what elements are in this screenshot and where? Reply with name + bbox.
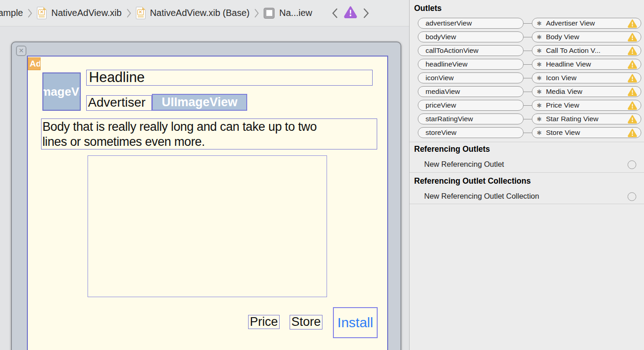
connected-asterisk-icon: ✱ [537, 88, 542, 95]
price-view[interactable]: Price [248, 315, 280, 329]
outlet-target-pill[interactable]: ✱ Icon View [532, 72, 641, 83]
breadcrumb-item-xib-base[interactable]: NativeAdView.xib (Base) [150, 8, 250, 18]
outlet-row-advertiserView: advertiserView ✱ Advertiser View [418, 18, 642, 29]
outlet-row-iconView: iconView ✱ Icon View [418, 72, 642, 83]
icon-view[interactable]: UIImageView [42, 72, 81, 111]
outlet-row-headlineView: headlineView ✱ Headline View [418, 59, 642, 70]
connected-asterisk-icon: ✱ [537, 47, 542, 54]
back-chevron-icon[interactable] [332, 7, 338, 19]
outlet-source-pill[interactable]: priceView [418, 100, 524, 111]
connection-line [524, 51, 532, 51]
outlet-row-starRatingView: starRatingView ✱ Star Rating View [418, 113, 642, 124]
outlet-row-bodyView: bodyView ✱ Body View [418, 31, 642, 42]
breadcrumb-item-xib[interactable]: NativeAdView.xib [51, 8, 121, 18]
connected-asterisk-icon: ✱ [537, 20, 542, 27]
connection-well[interactable] [628, 160, 636, 169]
warning-icon[interactable] [628, 101, 637, 110]
warning-icon[interactable] [628, 60, 637, 69]
body-line-1: Body that is really really long and can … [42, 119, 377, 134]
outlet-target-label: Call To Action V... [546, 46, 628, 55]
outlet-target-label: Headline View [546, 60, 628, 68]
breadcrumb-item-example[interactable]: xample [0, 8, 23, 18]
connection-line [524, 133, 532, 133]
body-view[interactable]: Body that is really really long and can … [41, 118, 377, 149]
outlet-target-label: Body View [546, 33, 628, 41]
breadcrumb-item-view[interactable]: Na...iew [279, 8, 312, 18]
connection-line [524, 78, 532, 78]
warning-icon[interactable] [628, 46, 637, 55]
outlet-target-pill[interactable]: ✱ Store View [532, 127, 641, 138]
outlet-source-label: advertiserView [426, 19, 472, 27]
star-rating-view[interactable]: UIImageView [152, 94, 247, 111]
connected-asterisk-icon: ✱ [537, 75, 542, 82]
connection-line [524, 23, 532, 24]
section-divider [410, 172, 644, 173]
outlet-rows: advertiserView ✱ Advertiser View bodyVie… [418, 18, 642, 141]
body-line-2: lines or sometimes even more. [42, 134, 377, 149]
warning-icon[interactable] [628, 129, 637, 137]
headline-view[interactable]: Headline [86, 70, 373, 86]
xcode-interface-builder: xample ✕ NativeAdView.xib ✕ NativeAdView… [0, 0, 644, 350]
connected-asterisk-icon: ✱ [537, 102, 542, 109]
close-icon[interactable]: ✕ [16, 46, 26, 56]
forward-chevron-icon[interactable] [363, 7, 369, 19]
outlet-target-label: Store View [546, 129, 628, 137]
store-view[interactable]: Store [290, 315, 322, 329]
outlet-target-pill[interactable]: ✱ Body View [532, 31, 641, 42]
outlet-source-pill[interactable]: iconView [418, 72, 524, 83]
outlet-source-label: iconView [426, 74, 454, 82]
warning-icon[interactable] [628, 115, 637, 124]
outlet-source-pill[interactable]: bodyView [418, 31, 524, 42]
outlet-source-pill[interactable]: callToActionView [418, 45, 524, 56]
outlet-target-pill[interactable]: ✱ Headline View [532, 59, 641, 70]
outlet-source-label: headlineView [426, 60, 467, 68]
outlet-source-label: storeView [426, 129, 457, 137]
outlet-source-pill[interactable]: storeView [418, 127, 524, 138]
outlets-section-title: Outlets [414, 4, 441, 13]
outlet-target-label: Star Rating View [546, 115, 628, 123]
xib-file-icon: ✕ [136, 7, 145, 19]
connection-line [524, 92, 532, 92]
outlet-source-pill[interactable]: mediaView [418, 86, 524, 97]
outlet-source-pill[interactable]: starRatingView [418, 113, 524, 124]
outlet-source-label: mediaView [426, 88, 460, 96]
section-divider [410, 142, 644, 142]
warning-icon[interactable] [628, 33, 637, 41]
connection-line [524, 105, 532, 106]
interface-warning-icon[interactable] [344, 6, 357, 20]
warning-icon[interactable] [628, 19, 637, 28]
outlet-target-pill[interactable]: ✱ Media View [532, 86, 641, 97]
connection-well[interactable] [628, 192, 636, 201]
warning-icon[interactable] [628, 88, 637, 96]
outlet-source-pill[interactable]: advertiserView [418, 18, 524, 29]
outlet-target-label: Price View [546, 101, 628, 109]
outlet-row-callToActionView: callToActionView ✱ Call To Action V... [418, 45, 642, 56]
xib-file-icon: ✕ [37, 7, 47, 19]
connection-line [524, 64, 532, 65]
outlet-target-pill[interactable]: ✱ Price View [532, 100, 641, 111]
chevron-right-icon [27, 8, 32, 18]
outlet-source-label: callToActionView [426, 46, 478, 55]
outlet-target-pill[interactable]: ✱ Call To Action V... [532, 45, 641, 56]
outlet-source-label: starRatingView [426, 115, 473, 123]
warning-icon[interactable] [628, 74, 637, 82]
connections-inspector: Outlets advertiserView ✱ Advertiser View… [409, 0, 644, 350]
media-view[interactable] [88, 155, 327, 297]
chevron-right-icon [254, 8, 259, 18]
call-to-action-view[interactable]: Install [333, 307, 378, 338]
icon-view-label: UIImageView [42, 85, 81, 99]
section-divider [410, 204, 644, 204]
new-referencing-outlet-row[interactable]: New Referencing Outlet [424, 160, 504, 169]
outlet-target-label: Media View [546, 88, 628, 96]
issue-navigator [332, 6, 369, 20]
outlet-target-pill[interactable]: ✱ Advertiser View [532, 18, 641, 29]
referencing-outlet-collections-title: Referencing Outlet Collections [414, 176, 531, 186]
new-referencing-outlet-collection-row[interactable]: New Referencing Outlet Collection [424, 192, 539, 201]
outlet-target-pill[interactable]: ✱ Star Rating View [532, 113, 641, 124]
connection-line [524, 37, 532, 37]
ad-badge[interactable]: Ad [28, 57, 41, 70]
advertiser-view[interactable]: Advertiser [86, 95, 152, 111]
native-ad-view-root[interactable]: UIImageView Ad Headline Advertiser UIIma… [27, 56, 388, 350]
outlet-target-label: Advertiser View [546, 19, 628, 27]
outlet-source-pill[interactable]: headlineView [418, 59, 524, 70]
